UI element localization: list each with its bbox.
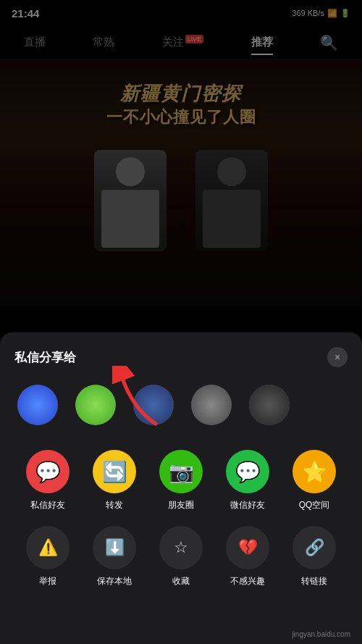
share-header: 私信分享给 × — [14, 347, 348, 367]
action-qq-zone[interactable]: ⭐ QQ空间 — [292, 450, 336, 511]
contact-avatar-2 — [75, 385, 116, 425]
moments-icon: 📷 — [169, 460, 194, 484]
contact-item-5[interactable] — [246, 385, 292, 430]
action-label-report: 举报 — [39, 575, 56, 587]
action-report[interactable]: ⚠️ 举报 — [26, 526, 70, 587]
avatar-gray — [191, 385, 232, 425]
contact-avatar-4 — [191, 385, 232, 425]
action-label-moments: 朋友圈 — [168, 499, 194, 511]
watermark: jingyan.baidu.com — [292, 630, 350, 638]
action-moments[interactable]: 📷 朋友圈 — [159, 450, 203, 511]
repost-icon: 🔄 — [102, 460, 127, 484]
actions-row-1: 💬 私信好友 🔄 转发 📷 朋友圈 💬 微信好友 — [14, 450, 348, 511]
contact-avatar-5 — [249, 385, 290, 425]
save-icon: ⬇️ — [105, 538, 125, 557]
share-title: 私信分享给 — [14, 349, 76, 366]
action-label-link: 转链接 — [301, 575, 327, 587]
action-not-interested[interactable]: 💔 不感兴趣 — [226, 526, 269, 587]
action-wechat[interactable]: 💬 微信好友 — [226, 450, 269, 511]
contacts-row — [14, 385, 348, 430]
red-arrow-svg — [112, 366, 163, 431]
action-private-message[interactable]: 💬 私信好友 — [26, 450, 70, 511]
action-favorite[interactable]: ☆ 收藏 — [159, 526, 203, 587]
close-icon: × — [334, 351, 340, 363]
action-circle-save: ⬇️ — [93, 526, 136, 569]
link-icon: 🔗 — [305, 538, 324, 557]
action-copy-link[interactable]: 🔗 转链接 — [292, 526, 336, 587]
action-repost[interactable]: 🔄 转发 — [93, 450, 136, 511]
private-message-icon: 💬 — [35, 460, 61, 484]
contact-item-4[interactable] — [188, 385, 235, 430]
action-label-favorite: 收藏 — [172, 575, 190, 587]
action-label-wechat: 微信好友 — [230, 499, 265, 511]
contact-item-1[interactable] — [14, 385, 61, 430]
share-sheet: 私信分享给 × — [0, 333, 362, 644]
action-circle-repost: 🔄 — [93, 450, 136, 493]
action-circle-qq: ⭐ — [292, 450, 336, 493]
action-circle-moments: 📷 — [159, 450, 203, 493]
not-interested-icon: 💔 — [238, 538, 258, 557]
action-save-local[interactable]: ⬇️ 保存本地 — [93, 526, 136, 587]
action-circle-report: ⚠️ — [26, 526, 70, 569]
avatar-dark — [249, 385, 290, 425]
contact-avatar-1 — [17, 385, 58, 425]
action-circle-not-interested: 💔 — [226, 526, 269, 569]
action-circle-private: 💬 — [26, 450, 70, 493]
action-label-repost: 转发 — [106, 499, 123, 511]
report-icon: ⚠️ — [38, 538, 58, 557]
action-circle-wechat: 💬 — [226, 450, 269, 493]
action-circle-favorite: ☆ — [159, 526, 203, 569]
action-label-qq: QQ空间 — [299, 499, 330, 511]
close-button[interactable]: × — [327, 347, 348, 367]
action-label-save: 保存本地 — [97, 575, 132, 587]
action-circle-link: 🔗 — [292, 526, 336, 569]
avatar-green — [75, 385, 116, 425]
favorite-icon: ☆ — [174, 538, 188, 557]
wechat-icon: 💬 — [235, 460, 261, 484]
action-label-private: 私信好友 — [30, 499, 65, 511]
actions-row-2: ⚠️ 举报 ⬇️ 保存本地 ☆ 收藏 💔 不感兴趣 � — [14, 526, 348, 587]
arrow-indicator — [112, 366, 163, 434]
avatar-blue — [17, 385, 58, 425]
qq-icon: ⭐ — [302, 460, 327, 484]
action-label-not-interested: 不感兴趣 — [230, 575, 265, 587]
